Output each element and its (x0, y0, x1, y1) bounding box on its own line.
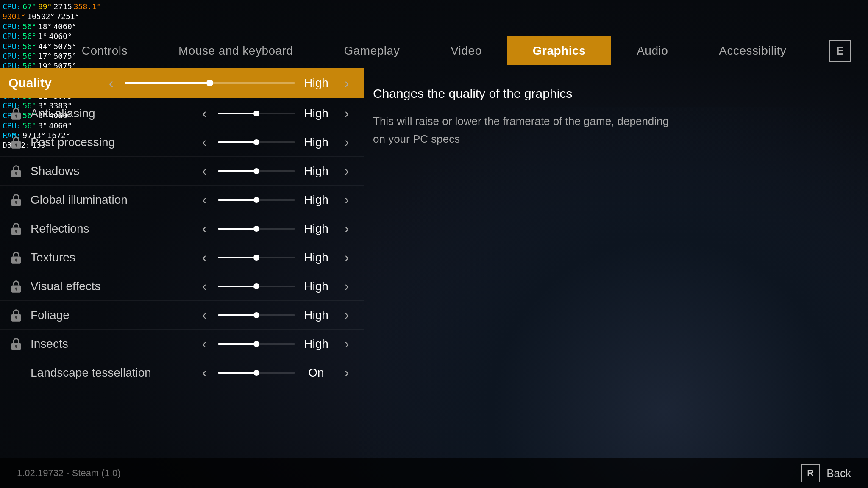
post-processing-label: Post processing (31, 136, 195, 149)
insects-label: Insects (31, 337, 195, 351)
svg-rect-8 (16, 173, 17, 175)
nav-item-gameplay[interactable]: Gameplay (319, 36, 426, 65)
setting-row-landscape-tessellation[interactable]: Landscape tessellation ‹ On › (0, 358, 364, 387)
back-button[interactable]: R Back (801, 464, 851, 482)
shadows-dot (253, 168, 259, 174)
foliage-dot (253, 312, 259, 318)
setting-row-visual-effects[interactable]: Visual effects ‹ High › (0, 272, 364, 301)
anti-aliasing-label: Anti-aliasing (31, 107, 195, 120)
shadows-next-btn[interactable]: › (337, 162, 356, 180)
textures-fill (218, 257, 256, 258)
visual-effects-prev-btn[interactable]: ‹ (195, 277, 214, 296)
setting-row-anti-aliasing[interactable]: Anti-aliasing ‹ High › (0, 99, 364, 128)
global-illumination-next-btn[interactable]: › (337, 191, 356, 209)
background-scene (359, 107, 868, 488)
nav-item-video[interactable]: Video (425, 36, 507, 65)
post-processing-slider[interactable] (218, 141, 295, 143)
quality-value: High (299, 76, 333, 90)
textures-slider[interactable] (218, 257, 295, 258)
setting-row-shadows[interactable]: Shadows ‹ High › (0, 157, 364, 186)
insects-control: ‹ High › (195, 335, 356, 353)
visual-effects-next-btn[interactable]: › (337, 277, 356, 296)
landscape-tessellation-control: ‹ On › (195, 363, 356, 382)
nav-item-audio[interactable]: Audio (611, 36, 693, 65)
lock-icon-reflections (8, 221, 24, 236)
post-processing-control: ‹ High › (195, 133, 356, 152)
quality-slider[interactable] (125, 82, 295, 84)
svg-rect-23 (16, 317, 17, 319)
shadows-prev-btn[interactable]: ‹ (195, 162, 214, 180)
setting-row-global-illumination[interactable]: Global illumination ‹ High › (0, 186, 364, 214)
reflections-control: ‹ High › (195, 219, 356, 238)
reflections-fill (218, 228, 256, 230)
landscape-tessellation-next-btn[interactable]: › (337, 363, 356, 382)
post-processing-next-btn[interactable]: › (337, 133, 356, 152)
textures-prev-btn[interactable]: ‹ (195, 248, 214, 267)
quality-next-btn[interactable]: › (337, 74, 356, 92)
foliage-value: High (299, 308, 333, 322)
back-label: Back (826, 467, 851, 480)
visual-effects-control: ‹ High › (195, 277, 356, 296)
anti-aliasing-slider[interactable] (218, 113, 295, 114)
setting-row-insects[interactable]: Insects ‹ High › (0, 330, 364, 358)
post-processing-dot (253, 139, 259, 145)
shadows-value: High (299, 164, 333, 178)
insects-prev-btn[interactable]: ‹ (195, 335, 214, 353)
svg-rect-17 (16, 259, 17, 261)
anti-aliasing-next-btn[interactable]: › (337, 104, 356, 123)
textures-dot (253, 255, 259, 261)
shadows-slider[interactable] (218, 170, 295, 172)
setting-row-post-processing[interactable]: Post processing ‹ High › (0, 128, 364, 157)
landscape-tessellation-prev-btn[interactable]: ‹ (195, 363, 214, 382)
nav-item-mouse-keyboard[interactable]: Mouse and keyboard (153, 36, 319, 65)
quality-slider-fill (125, 82, 210, 84)
svg-rect-2 (16, 115, 17, 117)
global-illumination-prev-btn[interactable]: ‹ (195, 191, 214, 209)
nav-item-accessibility[interactable]: Accessibility (693, 36, 812, 65)
escape-key-badge: E (829, 40, 851, 62)
reflections-slider[interactable] (218, 228, 295, 230)
settings-panel: Quality ‹ High › Anti-aliasing ‹ (0, 68, 364, 454)
landscape-tessellation-fill (218, 372, 256, 374)
svg-rect-14 (16, 230, 17, 233)
shadows-control: ‹ High › (195, 162, 356, 180)
post-processing-fill (218, 141, 256, 143)
global-illumination-slider[interactable] (218, 199, 295, 201)
quality-label: Quality (8, 76, 93, 90)
anti-aliasing-prev-btn[interactable]: ‹ (195, 104, 214, 123)
textures-next-btn[interactable]: › (337, 248, 356, 267)
landscape-tessellation-slider[interactable] (218, 372, 295, 374)
visual-effects-slider[interactable] (218, 286, 295, 287)
foliage-next-btn[interactable]: › (337, 306, 356, 324)
reflections-prev-btn[interactable]: ‹ (195, 219, 214, 238)
setting-row-foliage[interactable]: Foliage ‹ High › (0, 301, 364, 330)
visual-effects-value: High (299, 280, 333, 293)
textures-label: Textures (31, 251, 195, 264)
nav-item-graphics[interactable]: Graphics (507, 36, 611, 65)
nav-item-controls[interactable]: Controls (56, 36, 153, 65)
anti-aliasing-control: ‹ High › (195, 104, 356, 123)
visual-effects-fill (218, 286, 256, 287)
anti-aliasing-value: High (299, 107, 333, 120)
foliage-control: ‹ High › (195, 306, 356, 324)
quality-value-control: ‹ High › (102, 74, 356, 92)
insects-next-btn[interactable]: › (337, 335, 356, 353)
textures-value: High (299, 251, 333, 264)
post-processing-prev-btn[interactable]: ‹ (195, 133, 214, 152)
foliage-slider[interactable] (218, 314, 295, 316)
setting-row-textures[interactable]: Textures ‹ High › (0, 243, 364, 272)
landscape-tessellation-value: On (299, 366, 333, 380)
quality-row[interactable]: Quality ‹ High › (0, 68, 364, 98)
setting-row-reflections[interactable]: Reflections ‹ High › (0, 214, 364, 243)
reflections-value: High (299, 222, 333, 236)
foliage-prev-btn[interactable]: ‹ (195, 306, 214, 324)
foliage-fill (218, 314, 256, 316)
reflections-next-btn[interactable]: › (337, 219, 356, 238)
reflections-dot (253, 226, 259, 232)
shadows-fill (218, 170, 256, 172)
quality-prev-btn[interactable]: ‹ (102, 74, 120, 92)
insects-slider[interactable] (218, 343, 295, 345)
global-illumination-value: High (299, 193, 333, 207)
lock-icon-foliage (8, 308, 24, 323)
nav-bar: Controls Mouse and keyboard Gameplay Vid… (0, 34, 868, 68)
